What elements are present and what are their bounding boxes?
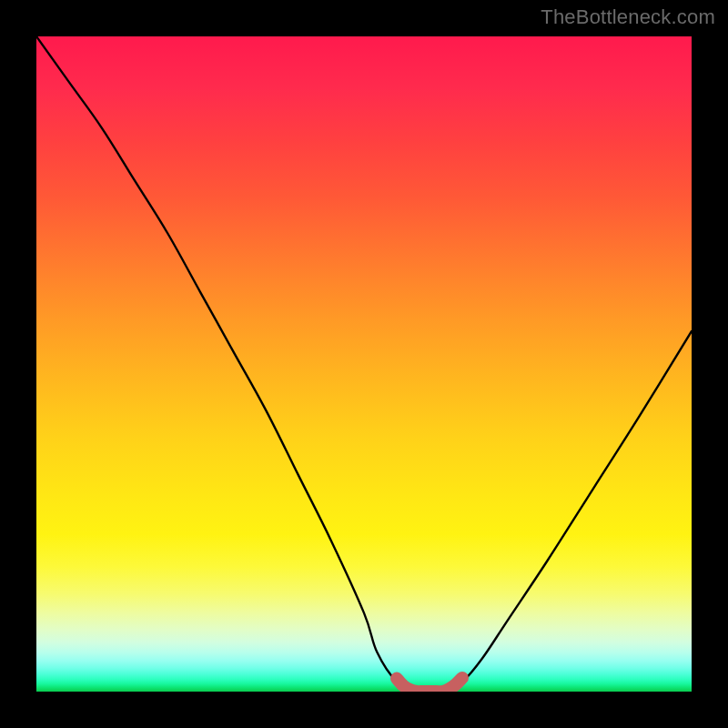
- chart-svg: [36, 36, 692, 692]
- bottleneck-curve: [36, 36, 692, 692]
- plot-area: [36, 36, 692, 692]
- chart-frame: TheBottleneck.com: [0, 0, 728, 728]
- optimal-marker: [397, 678, 462, 692]
- watermark-text: TheBottleneck.com: [541, 5, 715, 29]
